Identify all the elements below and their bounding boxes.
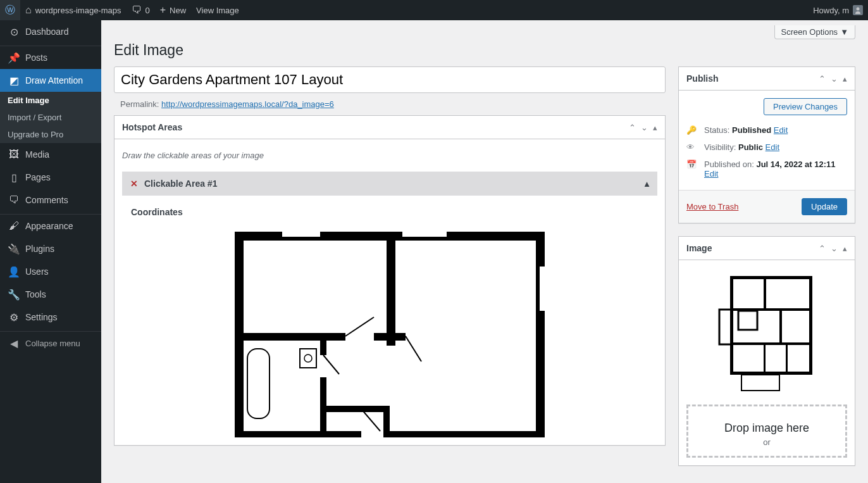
update-button[interactable]: Update [802, 198, 847, 215]
plug-icon: 🔌 [8, 242, 20, 255]
svg-rect-38 [786, 344, 788, 374]
edit-visibility-link[interactable]: Edit [766, 142, 779, 152]
menu-settings[interactable]: ⚙Settings [0, 306, 101, 329]
svg-rect-29 [809, 276, 812, 374]
comment-icon: 🗨 [132, 4, 142, 16]
post-title-input[interactable] [114, 66, 666, 93]
menu-tools[interactable]: 🔧Tools [0, 283, 101, 306]
move-to-trash-link[interactable]: Move to Trash [686, 202, 738, 211]
visibility-row: Visibility: Public Edit [704, 142, 779, 152]
eye-icon: 👁 [686, 142, 698, 152]
preview-changes-button[interactable]: Preview Changes [764, 98, 847, 115]
brush-icon: 🖌 [8, 220, 20, 232]
person-icon: 👤 [8, 265, 20, 278]
view-label: View Image [196, 6, 239, 15]
svg-rect-15 [235, 431, 361, 437]
menu-draw-attention[interactable]: ◩Draw Attention [0, 69, 101, 92]
menu-appearance[interactable]: 🖌Appearance [0, 215, 101, 237]
menu-dashboard[interactable]: ⊙Dashboard [0, 20, 101, 43]
svg-rect-14 [235, 333, 244, 437]
status-row: Status: Published Edit [704, 125, 788, 135]
edit-status-link[interactable]: Edit [774, 125, 788, 135]
move-up-icon[interactable]: ⌃ [816, 72, 828, 86]
new-content-link[interactable]: +New [155, 0, 191, 20]
move-up-icon[interactable]: ⌃ [626, 120, 638, 135]
screen-options-toggle[interactable]: Screen Options▼ [774, 25, 855, 39]
page-title: Edit Image [114, 42, 855, 59]
submenu-upgrade[interactable]: Upgrade to Pro [0, 126, 101, 143]
hotspot-hint: Draw the clickable areas of your image [122, 147, 657, 172]
permalink-url[interactable]: http://wordpressimagemaps.local/?da_imag… [161, 99, 334, 109]
collapse-icon: ◀ [8, 337, 20, 349]
calendar-icon: 📅 [686, 160, 698, 169]
drop-text: Drop image here [695, 422, 839, 435]
view-image-link[interactable]: View Image [191, 0, 244, 20]
admin-menu: ⊙Dashboard 📌Posts ◩Draw Attention Edit I… [0, 20, 101, 483]
wp-logo[interactable]: ⓦ [0, 0, 20, 20]
hotspot-box-title: Hotspot Areas [115, 116, 190, 139]
image-thumbnail[interactable] [716, 273, 817, 393]
pages-icon: ▯ [8, 171, 20, 184]
toggle-panel-icon[interactable]: ▴ [840, 72, 850, 86]
toggle-panel-icon[interactable]: ▴ [840, 241, 850, 256]
comments-link[interactable]: 🗨0 [127, 0, 155, 20]
submenu-edit-image[interactable]: Edit Image [0, 92, 101, 109]
svg-rect-22 [326, 406, 390, 412]
caret-down-icon: ▼ [840, 27, 848, 37]
media-icon: 🖾 [8, 148, 20, 161]
menu-comments[interactable]: 🗨Comments [0, 189, 101, 211]
move-up-icon[interactable]: ⌃ [816, 241, 828, 256]
toggle-panel-icon[interactable]: ▴ [650, 120, 660, 135]
menu-posts[interactable]: 📌Posts [0, 46, 101, 69]
clickable-area-header[interactable]: ✕Clickable Area #1 ▴ [122, 172, 657, 196]
collapse-area-icon[interactable]: ▴ [645, 179, 649, 189]
dashboard-icon: ⊙ [8, 25, 20, 38]
sliders-icon: ⚙ [8, 311, 20, 323]
area-title: Clickable Area #1 [144, 179, 217, 189]
svg-rect-16 [320, 341, 326, 436]
svg-rect-27 [730, 276, 812, 279]
menu-users[interactable]: 👤Users [0, 260, 101, 283]
menu-media[interactable]: 🖾Media [0, 143, 101, 166]
menu-plugins[interactable]: 🔌Plugins [0, 237, 101, 260]
new-label: New [170, 6, 186, 15]
key-icon: 🔑 [686, 125, 698, 135]
publish-box-title: Publish [679, 67, 726, 90]
submenu-import-export[interactable]: Import / Export [0, 109, 101, 126]
move-down-icon[interactable]: ⌄ [828, 72, 840, 86]
publish-box: Publish ⌃ ⌄ ▴ Preview Changes 🔑 [678, 66, 855, 223]
svg-rect-34 [779, 310, 782, 344]
svg-rect-12 [387, 333, 406, 341]
wrench-icon: 🔧 [8, 288, 20, 301]
site-name: wordpress-image-maps [35, 6, 121, 15]
svg-rect-30 [764, 276, 766, 311]
collapse-menu[interactable]: ◀Collapse menu [0, 332, 101, 354]
svg-rect-7 [540, 267, 545, 311]
svg-rect-4 [536, 232, 545, 437]
svg-rect-36 [730, 342, 733, 374]
image-box-title: Image [679, 237, 719, 260]
coordinates-label: Coordinates [131, 207, 648, 217]
edit-date-link[interactable]: Edit [704, 169, 718, 179]
svg-rect-5 [282, 232, 320, 237]
draw-attention-submenu: Edit Image Import / Export Upgrade to Pr… [0, 92, 101, 143]
move-down-icon[interactable]: ⌄ [638, 120, 650, 135]
svg-rect-25 [390, 431, 545, 437]
image-box: Image ⌃ ⌄ ▴ [678, 236, 855, 466]
svg-rect-6 [402, 232, 447, 237]
menu-pages[interactable]: ▯Pages [0, 166, 101, 189]
or-text: or [695, 437, 839, 447]
delete-area-icon[interactable]: ✕ [130, 179, 138, 189]
image-dropzone[interactable]: Drop image here or [686, 405, 847, 458]
plus-icon: + [160, 4, 166, 16]
my-account[interactable]: Howdy, m [808, 0, 868, 20]
main-content: Screen Options▼ Edit Image Permalink: ht… [101, 20, 868, 483]
move-down-icon[interactable]: ⌄ [828, 241, 840, 256]
svg-rect-8 [387, 232, 395, 346]
floorplan-canvas[interactable] [232, 229, 548, 437]
site-name-link[interactable]: ⌂wordpress-image-maps [20, 0, 127, 20]
wordpress-icon: ⓦ [5, 4, 15, 17]
svg-rect-37 [764, 344, 766, 374]
svg-rect-10 [345, 333, 374, 341]
svg-point-0 [857, 8, 860, 11]
